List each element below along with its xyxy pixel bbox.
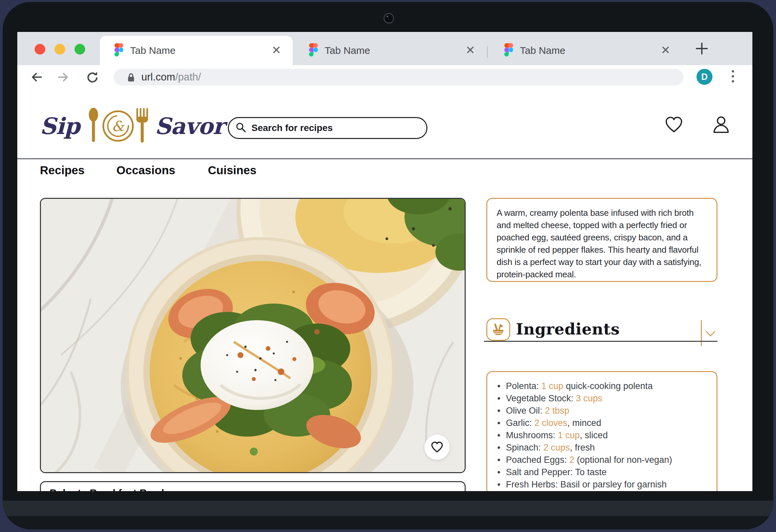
browser-menu-icon[interactable] [732, 70, 734, 82]
logo-ampersand: & [104, 112, 132, 140]
tab-1-active[interactable]: Tab Name [100, 36, 293, 65]
laptop-base [3, 516, 773, 529]
back-button[interactable] [30, 70, 43, 85]
ingredient-row: Polenta: 1 cup quick-cooking polenta [495, 380, 712, 392]
recipe-title-card: Polenta Breakfast Bowl [40, 481, 466, 491]
new-tab-button[interactable] [695, 41, 709, 57]
figma-favicon [115, 43, 124, 58]
tab-close-icon[interactable] [466, 45, 474, 55]
url-domain: url.com [141, 71, 175, 83]
recipe-description-box: A warm, creamy polenta base infused with… [486, 198, 718, 282]
tab-strip: Tab Name Tab Name Tab Name [17, 32, 752, 65]
header-divider [17, 158, 752, 159]
chevron-down-icon[interactable] [705, 330, 716, 338]
desktop-background: Tab Name Tab Name Tab Name [0, 0, 776, 532]
ingredient-row: Spinach: 2 cups, fresh [495, 442, 712, 454]
laptop-frame: Tab Name Tab Name Tab Name [3, 2, 773, 529]
heart-icon [430, 441, 444, 454]
tab-2[interactable]: Tab Name [295, 36, 487, 65]
address-bar[interactable]: url.com/path/ [114, 69, 684, 85]
tab-divider [487, 46, 488, 58]
ingredient-row: Salt and Pepper: To taste [495, 466, 712, 479]
photo-favorite-button[interactable] [424, 435, 450, 460]
tab-title: Tab Name [520, 45, 661, 56]
url-text: url.com/path/ [141, 69, 201, 85]
favorites-heart-icon[interactable] [664, 116, 684, 135]
forward-button[interactable] [56, 70, 70, 85]
fork-icon [135, 107, 150, 145]
ingredient-row: Olive Oil: 2 tbsp [495, 405, 712, 417]
reload-button[interactable] [86, 70, 100, 86]
nav-item-cuisines[interactable]: Cuisines [208, 164, 256, 177]
recipe-photo-card [40, 198, 466, 473]
lock-icon [127, 73, 135, 83]
laptop-hinge [3, 501, 773, 516]
nav-item-recipes[interactable]: Recipes [40, 164, 84, 177]
tab-close-icon[interactable] [661, 45, 670, 55]
ingredient-row: Fresh Herbs: Basil or parsley for garnis… [495, 479, 712, 491]
window-minimize-button[interactable] [54, 44, 65, 54]
window-close-button[interactable] [35, 44, 45, 54]
recipe-photo [41, 199, 466, 473]
plate-icon: & [103, 110, 134, 142]
tab-3[interactable]: Tab Name [490, 36, 682, 65]
figma-favicon [309, 43, 318, 58]
recipe-description: A warm, creamy polenta base infused with… [497, 208, 702, 279]
browser-toolbar: url.com/path/ D [17, 65, 752, 90]
site-page: Sip & Savor [17, 89, 752, 491]
recipe-title: Polenta Breakfast Bowl [49, 488, 164, 491]
tab-title: Tab Name [325, 45, 466, 56]
logo-word-sip: Sip [40, 113, 80, 139]
site-logo[interactable]: Sip & Savor [40, 108, 224, 144]
window-zoom-button[interactable] [74, 44, 85, 54]
webcam-icon [384, 13, 394, 24]
ingredients-list-box: Polenta: 1 cup quick-cooking polenta Veg… [486, 371, 718, 491]
logo-word-savor: Savor [155, 113, 224, 139]
search-icon [235, 122, 246, 134]
ingredients-underline [484, 341, 718, 342]
ingredients-heading: Ingredients [516, 320, 620, 338]
tab-title: Tab Name [130, 45, 272, 56]
figma-favicon [504, 43, 513, 58]
ingredient-row: Garlic: 2 cloves, minced [495, 417, 712, 429]
mortar-bowl-icon [491, 322, 506, 337]
profile-avatar[interactable]: D [697, 69, 713, 85]
ingredient-row: Mushrooms: 1 cup, sliced [495, 429, 712, 442]
url-path: /path/ [175, 71, 201, 83]
browser-window: Tab Name Tab Name Tab Name [17, 32, 752, 491]
ingredients-icon-box [486, 318, 510, 341]
ingredient-row: Poached Eggs: 2 (optional for non-vegan) [495, 454, 712, 466]
nav-item-occasions[interactable]: Occasions [117, 164, 175, 177]
tab-close-icon[interactable] [272, 45, 281, 55]
search-bar[interactable] [228, 117, 427, 139]
ingredients-header-divider [701, 320, 702, 346]
account-user-icon[interactable] [712, 116, 731, 136]
search-input[interactable] [251, 122, 422, 134]
ingredient-row: Vegetable Stock: 3 cups [495, 392, 712, 405]
spoon-icon [86, 107, 101, 145]
